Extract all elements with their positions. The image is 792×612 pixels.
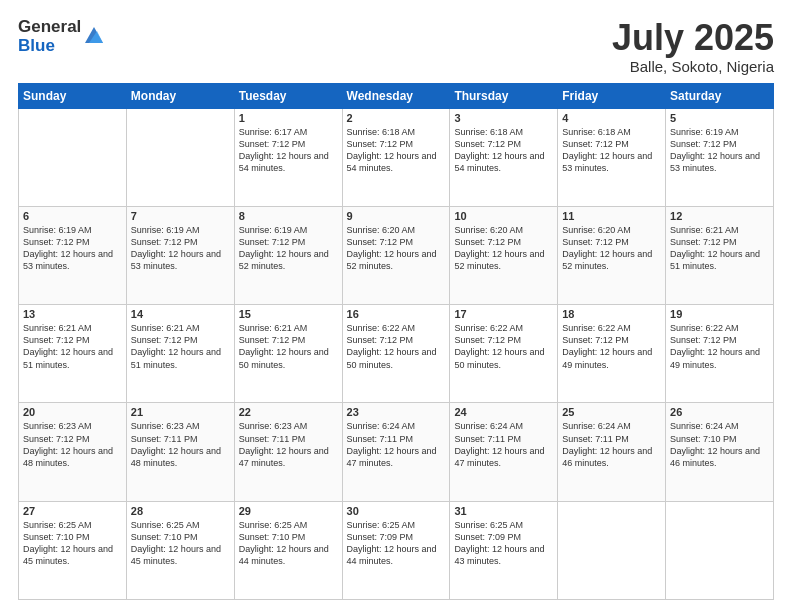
cell-info: Sunrise: 6:21 AM Sunset: 7:12 PM Dayligh…: [131, 322, 230, 371]
day-number: 16: [347, 308, 446, 320]
cell-info: Sunrise: 6:23 AM Sunset: 7:12 PM Dayligh…: [23, 420, 122, 469]
table-row: 21Sunrise: 6:23 AM Sunset: 7:11 PM Dayli…: [126, 403, 234, 501]
calendar-header-row: Sunday Monday Tuesday Wednesday Thursday…: [19, 83, 774, 108]
day-number: 26: [670, 406, 769, 418]
col-wednesday: Wednesday: [342, 83, 450, 108]
cell-info: Sunrise: 6:19 AM Sunset: 7:12 PM Dayligh…: [239, 224, 338, 273]
cell-info: Sunrise: 6:18 AM Sunset: 7:12 PM Dayligh…: [562, 126, 661, 175]
day-number: 30: [347, 505, 446, 517]
cell-info: Sunrise: 6:25 AM Sunset: 7:09 PM Dayligh…: [454, 519, 553, 568]
cell-info: Sunrise: 6:23 AM Sunset: 7:11 PM Dayligh…: [239, 420, 338, 469]
cell-info: Sunrise: 6:20 AM Sunset: 7:12 PM Dayligh…: [562, 224, 661, 273]
cell-info: Sunrise: 6:19 AM Sunset: 7:12 PM Dayligh…: [131, 224, 230, 273]
day-number: 24: [454, 406, 553, 418]
cell-info: Sunrise: 6:20 AM Sunset: 7:12 PM Dayligh…: [347, 224, 446, 273]
logo-icon: [83, 25, 105, 47]
logo: General Blue: [18, 18, 105, 55]
table-row: 16Sunrise: 6:22 AM Sunset: 7:12 PM Dayli…: [342, 305, 450, 403]
table-row: 22Sunrise: 6:23 AM Sunset: 7:11 PM Dayli…: [234, 403, 342, 501]
logo-blue: Blue: [18, 37, 81, 56]
table-row: [666, 501, 774, 599]
table-row: 28Sunrise: 6:25 AM Sunset: 7:10 PM Dayli…: [126, 501, 234, 599]
day-number: 4: [562, 112, 661, 124]
cell-info: Sunrise: 6:21 AM Sunset: 7:12 PM Dayligh…: [670, 224, 769, 273]
calendar-week-2: 6Sunrise: 6:19 AM Sunset: 7:12 PM Daylig…: [19, 206, 774, 304]
cell-info: Sunrise: 6:24 AM Sunset: 7:10 PM Dayligh…: [670, 420, 769, 469]
day-number: 25: [562, 406, 661, 418]
logo-general: General: [18, 18, 81, 37]
table-row: 20Sunrise: 6:23 AM Sunset: 7:12 PM Dayli…: [19, 403, 127, 501]
col-friday: Friday: [558, 83, 666, 108]
table-row: 14Sunrise: 6:21 AM Sunset: 7:12 PM Dayli…: [126, 305, 234, 403]
calendar: Sunday Monday Tuesday Wednesday Thursday…: [18, 83, 774, 600]
cell-info: Sunrise: 6:19 AM Sunset: 7:12 PM Dayligh…: [23, 224, 122, 273]
day-number: 18: [562, 308, 661, 320]
table-row: 23Sunrise: 6:24 AM Sunset: 7:11 PM Dayli…: [342, 403, 450, 501]
table-row: 31Sunrise: 6:25 AM Sunset: 7:09 PM Dayli…: [450, 501, 558, 599]
cell-info: Sunrise: 6:22 AM Sunset: 7:12 PM Dayligh…: [454, 322, 553, 371]
calendar-week-1: 1Sunrise: 6:17 AM Sunset: 7:12 PM Daylig…: [19, 108, 774, 206]
header: General Blue July 2025 Balle, Sokoto, Ni…: [18, 18, 774, 75]
table-row: 30Sunrise: 6:25 AM Sunset: 7:09 PM Dayli…: [342, 501, 450, 599]
cell-info: Sunrise: 6:21 AM Sunset: 7:12 PM Dayligh…: [23, 322, 122, 371]
day-number: 17: [454, 308, 553, 320]
table-row: [19, 108, 127, 206]
table-row: 9Sunrise: 6:20 AM Sunset: 7:12 PM Daylig…: [342, 206, 450, 304]
cell-info: Sunrise: 6:20 AM Sunset: 7:12 PM Dayligh…: [454, 224, 553, 273]
day-number: 23: [347, 406, 446, 418]
cell-info: Sunrise: 6:24 AM Sunset: 7:11 PM Dayligh…: [347, 420, 446, 469]
table-row: 12Sunrise: 6:21 AM Sunset: 7:12 PM Dayli…: [666, 206, 774, 304]
day-number: 28: [131, 505, 230, 517]
table-row: 4Sunrise: 6:18 AM Sunset: 7:12 PM Daylig…: [558, 108, 666, 206]
location: Balle, Sokoto, Nigeria: [612, 58, 774, 75]
day-number: 29: [239, 505, 338, 517]
day-number: 3: [454, 112, 553, 124]
calendar-week-5: 27Sunrise: 6:25 AM Sunset: 7:10 PM Dayli…: [19, 501, 774, 599]
table-row: 15Sunrise: 6:21 AM Sunset: 7:12 PM Dayli…: [234, 305, 342, 403]
cell-info: Sunrise: 6:22 AM Sunset: 7:12 PM Dayligh…: [670, 322, 769, 371]
day-number: 2: [347, 112, 446, 124]
day-number: 12: [670, 210, 769, 222]
title-area: July 2025 Balle, Sokoto, Nigeria: [612, 18, 774, 75]
table-row: 18Sunrise: 6:22 AM Sunset: 7:12 PM Dayli…: [558, 305, 666, 403]
cell-info: Sunrise: 6:23 AM Sunset: 7:11 PM Dayligh…: [131, 420, 230, 469]
table-row: 5Sunrise: 6:19 AM Sunset: 7:12 PM Daylig…: [666, 108, 774, 206]
calendar-week-3: 13Sunrise: 6:21 AM Sunset: 7:12 PM Dayli…: [19, 305, 774, 403]
table-row: 8Sunrise: 6:19 AM Sunset: 7:12 PM Daylig…: [234, 206, 342, 304]
day-number: 27: [23, 505, 122, 517]
table-row: [558, 501, 666, 599]
cell-info: Sunrise: 6:19 AM Sunset: 7:12 PM Dayligh…: [670, 126, 769, 175]
day-number: 21: [131, 406, 230, 418]
day-number: 10: [454, 210, 553, 222]
day-number: 20: [23, 406, 122, 418]
cell-info: Sunrise: 6:18 AM Sunset: 7:12 PM Dayligh…: [347, 126, 446, 175]
day-number: 19: [670, 308, 769, 320]
cell-info: Sunrise: 6:24 AM Sunset: 7:11 PM Dayligh…: [562, 420, 661, 469]
table-row: 29Sunrise: 6:25 AM Sunset: 7:10 PM Dayli…: [234, 501, 342, 599]
cell-info: Sunrise: 6:22 AM Sunset: 7:12 PM Dayligh…: [562, 322, 661, 371]
table-row: 24Sunrise: 6:24 AM Sunset: 7:11 PM Dayli…: [450, 403, 558, 501]
table-row: 1Sunrise: 6:17 AM Sunset: 7:12 PM Daylig…: [234, 108, 342, 206]
table-row: 11Sunrise: 6:20 AM Sunset: 7:12 PM Dayli…: [558, 206, 666, 304]
table-row: 26Sunrise: 6:24 AM Sunset: 7:10 PM Dayli…: [666, 403, 774, 501]
table-row: [126, 108, 234, 206]
cell-info: Sunrise: 6:22 AM Sunset: 7:12 PM Dayligh…: [347, 322, 446, 371]
col-saturday: Saturday: [666, 83, 774, 108]
table-row: 6Sunrise: 6:19 AM Sunset: 7:12 PM Daylig…: [19, 206, 127, 304]
col-sunday: Sunday: [19, 83, 127, 108]
table-row: 7Sunrise: 6:19 AM Sunset: 7:12 PM Daylig…: [126, 206, 234, 304]
day-number: 6: [23, 210, 122, 222]
day-number: 22: [239, 406, 338, 418]
cell-info: Sunrise: 6:18 AM Sunset: 7:12 PM Dayligh…: [454, 126, 553, 175]
cell-info: Sunrise: 6:25 AM Sunset: 7:10 PM Dayligh…: [239, 519, 338, 568]
cell-info: Sunrise: 6:25 AM Sunset: 7:09 PM Dayligh…: [347, 519, 446, 568]
cell-info: Sunrise: 6:21 AM Sunset: 7:12 PM Dayligh…: [239, 322, 338, 371]
day-number: 7: [131, 210, 230, 222]
day-number: 9: [347, 210, 446, 222]
cell-info: Sunrise: 6:24 AM Sunset: 7:11 PM Dayligh…: [454, 420, 553, 469]
table-row: 17Sunrise: 6:22 AM Sunset: 7:12 PM Dayli…: [450, 305, 558, 403]
day-number: 14: [131, 308, 230, 320]
table-row: 3Sunrise: 6:18 AM Sunset: 7:12 PM Daylig…: [450, 108, 558, 206]
table-row: 13Sunrise: 6:21 AM Sunset: 7:12 PM Dayli…: [19, 305, 127, 403]
col-tuesday: Tuesday: [234, 83, 342, 108]
